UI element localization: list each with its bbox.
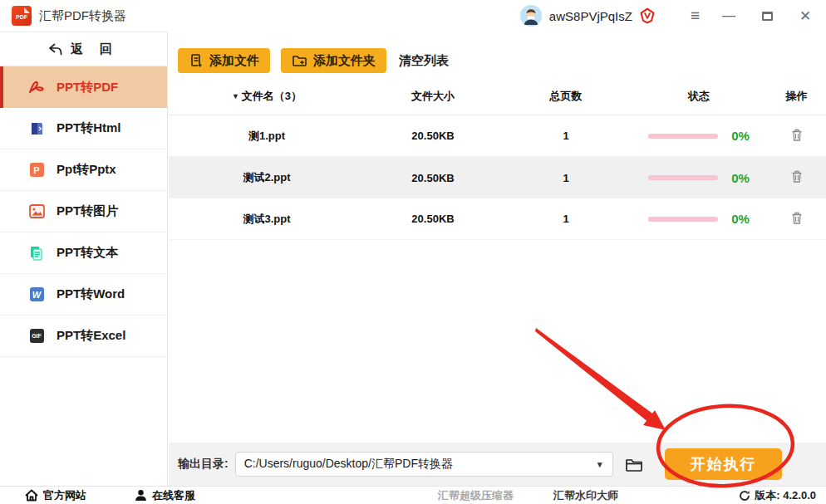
add-folder-button[interactable]: 添加文件夹 [281, 48, 386, 73]
output-bar: 输出目录: C:/Users/ruguo/Desktop/汇帮PDF转换器 ▼ … [169, 443, 826, 486]
html-book-icon [28, 120, 45, 137]
delete-row-button[interactable] [790, 169, 804, 183]
vip-badge-icon[interactable] [639, 7, 656, 24]
trash-icon [790, 169, 804, 183]
avatar-person-icon [520, 5, 542, 27]
username: awS8PVjPqIsZ [549, 9, 632, 23]
cell-filename: 测试3.ppt [169, 212, 365, 227]
column-header-pages: 总页数 [501, 89, 631, 104]
back-arrow-icon [48, 43, 62, 56]
person-icon [135, 489, 147, 502]
titlebar: 汇帮PDF转换器 awS8PVjPqIsZ ≡ — ✕ [0, 0, 826, 32]
progress-bar [648, 217, 718, 222]
output-dir-path: C:/Users/ruguo/Desktop/汇帮PDF转换器 [244, 457, 453, 472]
home-icon [25, 489, 38, 502]
progress-percent: 0% [731, 171, 750, 185]
footer: 官方网站 在线客服 汇帮超级压缩器 汇帮水印大师 版本: 4.2.0.0 [0, 486, 826, 504]
main-panel: 添加文件 添加文件夹 清空列表 ▼ 文件名（3） 文件大小 总页数 状态 操作 [169, 32, 826, 443]
minimize-button[interactable]: — [710, 0, 748, 32]
cell-filename: 测1.ppt [169, 129, 365, 144]
gif-doc-icon: GIF [28, 328, 45, 345]
column-header-action: 操作 [767, 89, 826, 104]
sidebar-item-ppt-to-excel[interactable]: GIF PPT转Excel [0, 316, 167, 357]
sidebar-item-ppt-to-text[interactable]: PPT转文本 [0, 232, 167, 274]
progress-bar [648, 175, 718, 180]
column-header-filesize: 文件大小 [365, 89, 501, 104]
trash-icon [790, 128, 804, 142]
cell-status: 0% [631, 212, 767, 226]
app-logo-pdf-icon [12, 6, 32, 26]
official-website-link[interactable]: 官方网站 [25, 488, 86, 503]
app-window: 汇帮PDF转换器 awS8PVjPqIsZ ≡ — ✕ [0, 0, 826, 504]
add-file-button[interactable]: 添加文件 [178, 48, 270, 73]
online-support-link[interactable]: 在线客服 [135, 488, 195, 503]
version-text: 版本: 4.2.0.0 [755, 488, 816, 503]
hamburger-menu-icon[interactable]: ≡ [691, 7, 700, 25]
add-file-label: 添加文件 [209, 53, 259, 69]
sidebar-item-ppt-to-pptx[interactable]: P Ppt转Pptx [0, 149, 167, 191]
sidebar-item-ppt-to-pdf[interactable]: PPT转PDF [0, 66, 167, 108]
cell-filesize: 20.50KB [365, 213, 501, 225]
sidebar-item-label: PPT转图片 [57, 203, 118, 219]
cell-filename: 测试2.ppt [169, 170, 365, 185]
maximize-icon [762, 12, 773, 21]
sidebar: 返 回 PPT转PDF PPT转Html P [0, 32, 168, 486]
cell-pages: 1 [501, 130, 631, 142]
chevron-down-icon: ▼ [596, 460, 604, 469]
cell-status: 0% [631, 171, 767, 185]
pptx-p-icon: P [28, 162, 45, 179]
maximize-button[interactable] [748, 0, 786, 32]
add-folder-label: 添加文件夹 [313, 53, 376, 69]
output-dir-dropdown[interactable]: C:/Users/ruguo/Desktop/汇帮PDF转换器 ▼ [235, 452, 613, 477]
sidebar-item-label: PPT转Excel [57, 328, 125, 344]
start-convert-button[interactable]: 开始执行 [665, 448, 782, 480]
delete-row-button[interactable] [790, 211, 804, 225]
delete-row-button[interactable] [790, 128, 804, 142]
output-dir-label: 输出目录: [178, 457, 229, 472]
refresh-icon [739, 490, 750, 502]
table-row[interactable]: 测试3.ppt 20.50KB 1 0% [169, 198, 826, 240]
cell-filesize: 20.50KB [365, 172, 501, 184]
folder-plus-icon [292, 53, 307, 68]
sidebar-item-label: PPT转PDF [57, 80, 118, 95]
file-plus-icon [189, 53, 204, 68]
column-header-filename[interactable]: ▼ 文件名（3） [169, 89, 365, 104]
sidebar-item-ppt-to-word[interactable]: W PPT转Word [0, 274, 167, 316]
clear-list-button[interactable]: 清空列表 [399, 53, 449, 69]
sidebar-item-label: Ppt转Pptx [57, 162, 116, 178]
text-pages-icon [28, 245, 45, 262]
sidebar-item-label: PPT转Word [57, 286, 125, 302]
cell-pages: 1 [501, 213, 631, 225]
table-row[interactable]: 测1.ppt 20.50KB 1 0% [169, 115, 826, 157]
progress-percent: 0% [731, 212, 750, 226]
sort-caret-icon: ▼ [232, 92, 239, 100]
table-header: ▼ 文件名（3） 文件大小 总页数 状态 操作 [169, 78, 826, 115]
folder-icon [625, 457, 643, 472]
sidebar-item-ppt-to-image[interactable]: PPT转图片 [0, 191, 167, 232]
cell-status: 0% [631, 129, 767, 143]
cell-filesize: 20.50KB [365, 130, 501, 142]
back-label: 返 回 [71, 42, 119, 57]
browse-folder-button[interactable] [625, 457, 643, 472]
back-button[interactable]: 返 回 [0, 32, 167, 66]
table-row[interactable]: 测试2.ppt 20.50KB 1 0% [169, 157, 826, 198]
progress-percent: 0% [731, 129, 750, 143]
watermark-master-link[interactable]: 汇帮水印大师 [553, 488, 618, 503]
progress-bar [648, 134, 718, 139]
trash-icon [790, 211, 804, 225]
toolbar: 添加文件 添加文件夹 清空列表 [169, 32, 826, 78]
version-info: 版本: 4.2.0.0 [739, 488, 816, 503]
super-compressor-link[interactable]: 汇帮超级压缩器 [438, 488, 514, 503]
cell-pages: 1 [501, 172, 631, 184]
close-button[interactable]: ✕ [786, 0, 824, 32]
app-title: 汇帮PDF转换器 [39, 8, 126, 24]
column-header-status: 状态 [631, 89, 767, 104]
image-icon [28, 203, 45, 220]
user-avatar[interactable] [520, 5, 542, 27]
sidebar-item-label: PPT转Html [57, 120, 121, 136]
word-w-icon: W [28, 286, 45, 303]
sidebar-item-label: PPT转文本 [57, 245, 118, 261]
acrobat-pdf-icon [28, 79, 45, 95]
sidebar-item-ppt-to-html[interactable]: PPT转Html [0, 108, 167, 149]
